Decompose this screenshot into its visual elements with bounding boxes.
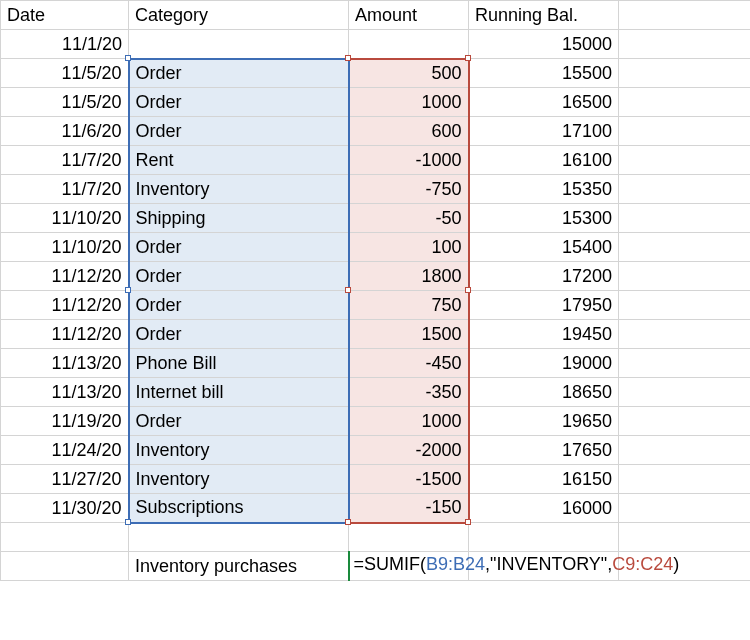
cell-date[interactable]: 11/1/20 [1,30,129,59]
cell-date[interactable]: 11/27/20 [1,465,129,494]
cell-running-bal[interactable]: 16100 [469,146,619,175]
cell-date[interactable]: 11/10/20 [1,233,129,262]
cell-amount[interactable]: 1800 [349,262,469,291]
cell-running-bal[interactable]: 15500 [469,59,619,88]
cell-amount[interactable] [349,30,469,59]
cell-category[interactable]: Order [129,320,349,349]
cell-running-bal[interactable]: 16000 [469,494,619,523]
cell-date[interactable]: 11/7/20 [1,146,129,175]
empty-cell[interactable] [1,552,129,581]
cell-category[interactable]: Order [129,117,349,146]
cell-date[interactable]: 11/10/20 [1,204,129,233]
empty-cell[interactable] [349,523,469,552]
cell-category[interactable]: Subscriptions [129,494,349,523]
range-handle-blue[interactable] [125,55,131,61]
empty-cell[interactable] [619,407,751,436]
cell-date[interactable]: 11/7/20 [1,175,129,204]
cell-category[interactable]: Order [129,291,349,320]
cell-amount[interactable]: -450 [349,349,469,378]
header-date[interactable]: Date [1,1,129,30]
cell-running-bal[interactable]: 17950 [469,291,619,320]
cell-running-bal[interactable]: 16500 [469,88,619,117]
header-category[interactable]: Category [129,1,349,30]
cell-category[interactable]: Order [129,233,349,262]
empty-cell[interactable] [619,1,751,30]
cell-category[interactable]: Rent [129,146,349,175]
cell-amount[interactable]: -750 [349,175,469,204]
empty-cell[interactable] [619,494,751,523]
cell-category[interactable]: Phone Bill [129,349,349,378]
range-handle-red[interactable] [345,287,351,293]
cell-date[interactable]: 11/6/20 [1,117,129,146]
cell-amount[interactable]: 1000 [349,407,469,436]
cell-date[interactable]: 11/19/20 [1,407,129,436]
cell-category[interactable]: Shipping [129,204,349,233]
cell-running-bal[interactable]: 19450 [469,320,619,349]
range-handle-red[interactable] [465,287,471,293]
empty-cell[interactable] [619,262,751,291]
range-handle-red[interactable] [465,519,471,525]
cell-date[interactable]: 11/12/20 [1,291,129,320]
empty-cell[interactable] [619,88,751,117]
cell-amount[interactable]: 500 [349,59,469,88]
cell-category[interactable]: Internet bill [129,378,349,407]
cell-amount[interactable]: -350 [349,378,469,407]
cell-running-bal[interactable]: 15000 [469,30,619,59]
cell-date[interactable]: 11/12/20 [1,262,129,291]
spreadsheet-table[interactable]: Date Category Amount Running Bal. 11/1/2… [0,0,750,581]
cell-amount[interactable]: 100 [349,233,469,262]
empty-cell[interactable] [1,523,129,552]
cell-date[interactable]: 11/13/20 [1,378,129,407]
empty-cell[interactable] [619,175,751,204]
cell-date[interactable]: 11/13/20 [1,349,129,378]
cell-amount[interactable]: -50 [349,204,469,233]
empty-cell[interactable] [619,523,751,552]
empty-cell[interactable] [619,59,751,88]
cell-date[interactable]: 11/12/20 [1,320,129,349]
cell-category[interactable]: Order [129,407,349,436]
empty-cell[interactable] [619,291,751,320]
cell-date[interactable]: 11/30/20 [1,494,129,523]
cell-amount[interactable]: 600 [349,117,469,146]
summary-label[interactable]: Inventory purchases [129,552,349,581]
cell-amount[interactable]: 1500 [349,320,469,349]
formula-cell[interactable]: =SUMIF(B9:B24,"INVENTORY",C9:C24) [349,552,469,581]
cell-date[interactable]: 11/5/20 [1,88,129,117]
cell-category[interactable] [129,30,349,59]
cell-running-bal[interactable]: 15350 [469,175,619,204]
range-handle-blue[interactable] [125,519,131,525]
header-amount[interactable]: Amount [349,1,469,30]
cell-category[interactable]: Inventory [129,175,349,204]
cell-amount[interactable]: 750 [349,291,469,320]
cell-running-bal[interactable]: 17100 [469,117,619,146]
empty-cell[interactable] [619,204,751,233]
cell-running-bal[interactable]: 18650 [469,378,619,407]
cell-date[interactable]: 11/24/20 [1,436,129,465]
cell-category[interactable]: Order [129,262,349,291]
empty-cell[interactable] [619,233,751,262]
cell-running-bal[interactable]: 15400 [469,233,619,262]
cell-running-bal[interactable]: 15300 [469,204,619,233]
cell-category[interactable]: Order [129,88,349,117]
cell-running-bal[interactable]: 16150 [469,465,619,494]
cell-running-bal[interactable]: 17200 [469,262,619,291]
range-handle-red[interactable] [345,55,351,61]
cell-category[interactable]: Inventory [129,465,349,494]
cell-amount[interactable]: -2000 [349,436,469,465]
cell-amount[interactable]: -1000 [349,146,469,175]
empty-cell[interactable] [619,30,751,59]
cell-category[interactable]: Inventory [129,436,349,465]
cell-category[interactable]: Order [129,59,349,88]
cell-date[interactable]: 11/5/20 [1,59,129,88]
empty-cell[interactable] [619,117,751,146]
range-handle-red[interactable] [345,519,351,525]
header-running-bal[interactable]: Running Bal. [469,1,619,30]
empty-cell[interactable] [619,436,751,465]
cell-amount[interactable]: 1000 [349,88,469,117]
cell-running-bal[interactable]: 19650 [469,407,619,436]
empty-cell[interactable] [129,523,349,552]
empty-cell[interactable] [469,523,619,552]
cell-running-bal[interactable]: 19000 [469,349,619,378]
cell-running-bal[interactable]: 17650 [469,436,619,465]
empty-cell[interactable] [619,320,751,349]
